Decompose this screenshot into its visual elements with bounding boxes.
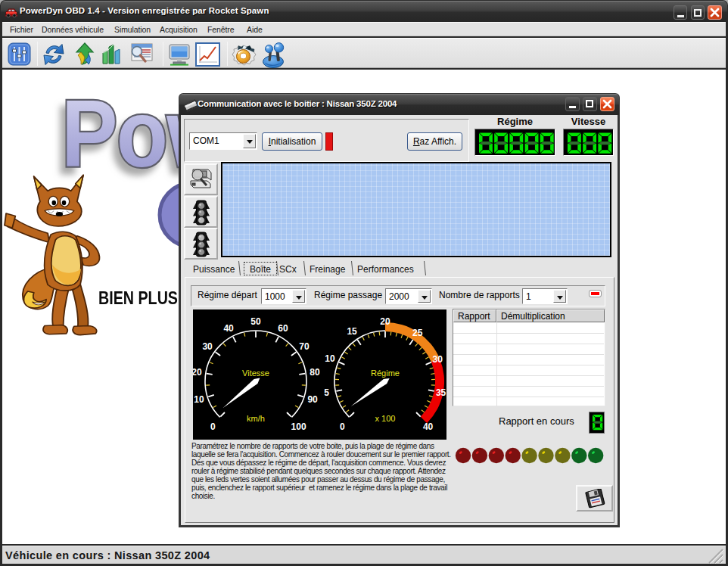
svg-text:0: 0 [210, 421, 216, 432]
svg-text:30: 30 [202, 341, 213, 352]
svg-text:x 100: x 100 [375, 414, 396, 423]
svg-text:80: 80 [310, 367, 320, 378]
svg-text:90: 90 [307, 394, 318, 405]
svg-text:5: 5 [324, 387, 329, 398]
svg-text:15: 15 [347, 326, 357, 337]
svg-text:10: 10 [194, 394, 204, 405]
svg-text:100: 100 [291, 421, 306, 432]
svg-text:0: 0 [340, 421, 345, 432]
svg-text:40: 40 [423, 421, 434, 432]
svg-text:30: 30 [433, 354, 443, 365]
svg-text:Vitesse: Vitesse [242, 369, 269, 378]
svg-text:20: 20 [380, 316, 390, 327]
svg-text:40: 40 [223, 323, 234, 334]
svg-text:60: 60 [278, 323, 288, 334]
svg-text:70: 70 [299, 341, 310, 352]
svg-text:Régime: Régime [371, 369, 400, 378]
svg-text:10: 10 [325, 353, 335, 364]
svg-text:25: 25 [412, 328, 423, 338]
svg-text:km/h: km/h [247, 414, 265, 423]
svg-text:35: 35 [436, 387, 446, 398]
svg-text:20: 20 [193, 367, 202, 378]
svg-text:50: 50 [250, 316, 261, 327]
